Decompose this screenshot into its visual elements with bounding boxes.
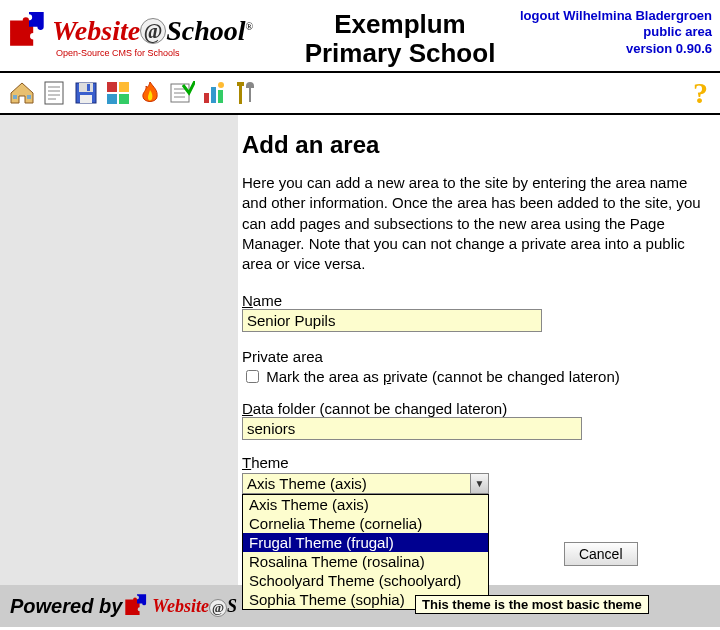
checklist-icon[interactable] — [166, 77, 198, 109]
registered-mark: ® — [246, 21, 254, 32]
site-title-line2: Primary School — [298, 39, 502, 68]
home-icon[interactable] — [6, 77, 38, 109]
powered-by-label: Powered by — [10, 595, 122, 618]
private-checkbox-label: Mark the area as private (cannot be chan… — [266, 368, 620, 385]
svg-rect-12 — [119, 82, 129, 92]
stats-icon[interactable] — [198, 77, 230, 109]
svg-rect-0 — [13, 95, 17, 99]
svg-point-22 — [218, 82, 224, 88]
chevron-down-icon: ▼ — [470, 474, 488, 493]
at-icon: @ — [140, 18, 166, 44]
svg-rect-14 — [119, 94, 129, 104]
cancel-button[interactable]: Cancel — [564, 542, 638, 566]
help-icon[interactable]: ? — [693, 76, 714, 110]
svg-rect-11 — [107, 82, 117, 92]
svg-rect-19 — [204, 93, 209, 103]
logo-subtitle: Open-Source CMS for Schools — [56, 48, 298, 58]
site-title-line1: Exemplum — [298, 10, 502, 39]
datafolder-label: Data folder (cannot be changed lateron) — [242, 400, 708, 417]
svg-rect-21 — [218, 90, 223, 103]
site-title: Exemplum Primary School — [298, 6, 502, 67]
datafolder-input[interactable] — [242, 417, 582, 440]
name-input[interactable] — [242, 309, 542, 332]
theme-tooltip: This theme is the most basic theme — [415, 595, 649, 614]
svg-rect-20 — [211, 87, 216, 103]
theme-selected-value: Axis Theme (axis) — [247, 475, 367, 492]
theme-option[interactable]: Cornelia Theme (cornelia) — [243, 514, 488, 533]
theme-label: Theme — [242, 454, 708, 471]
svg-rect-23 — [239, 84, 242, 104]
theme-dropdown: Axis Theme (axis)Cornelia Theme (corneli… — [242, 494, 489, 610]
puzzle-icon[interactable] — [102, 77, 134, 109]
theme-option[interactable]: Rosalina Theme (rosalina) — [243, 552, 488, 571]
theme-option[interactable]: Axis Theme (axis) — [243, 495, 488, 514]
footer-logo-left: Website — [152, 596, 209, 616]
page-icon[interactable] — [38, 77, 70, 109]
svg-rect-1 — [27, 95, 31, 99]
puzzle-icon — [8, 10, 50, 52]
version-label: version 0.90.6 — [626, 41, 712, 56]
private-checkbox[interactable] — [246, 370, 259, 383]
sidebar — [0, 115, 238, 585]
at-icon: @ — [209, 599, 227, 617]
svg-rect-9 — [87, 84, 90, 91]
public-area-link[interactable]: public area — [643, 24, 712, 39]
logo-brand-right: School — [166, 15, 245, 46]
svg-rect-10 — [80, 95, 92, 103]
tools-icon[interactable] — [230, 77, 262, 109]
theme-select[interactable]: Axis Theme (axis) ▼ — [242, 473, 489, 494]
svg-rect-8 — [79, 83, 93, 92]
svg-rect-13 — [107, 94, 117, 104]
flame-icon[interactable] — [134, 77, 166, 109]
logo-brand-left: Website — [52, 15, 140, 46]
logout-link[interactable]: logout Wilhelmina Bladergroen — [520, 8, 712, 23]
theme-option[interactable]: Schoolyard Theme (schoolyard) — [243, 571, 488, 590]
footer-logo-right: S — [227, 596, 237, 616]
name-label: Name — [242, 292, 708, 309]
page-title: Add an area — [242, 131, 708, 159]
app-logo: Website@School® Open-Source CMS for Scho… — [8, 6, 298, 58]
private-heading: Private area — [242, 348, 708, 365]
page-description: Here you can add a new area to the site … — [242, 173, 708, 274]
toolbar: ? — [0, 71, 720, 115]
save-icon[interactable] — [70, 77, 102, 109]
theme-option[interactable]: Frugal Theme (frugal) — [243, 533, 488, 552]
svg-rect-2 — [45, 82, 63, 104]
